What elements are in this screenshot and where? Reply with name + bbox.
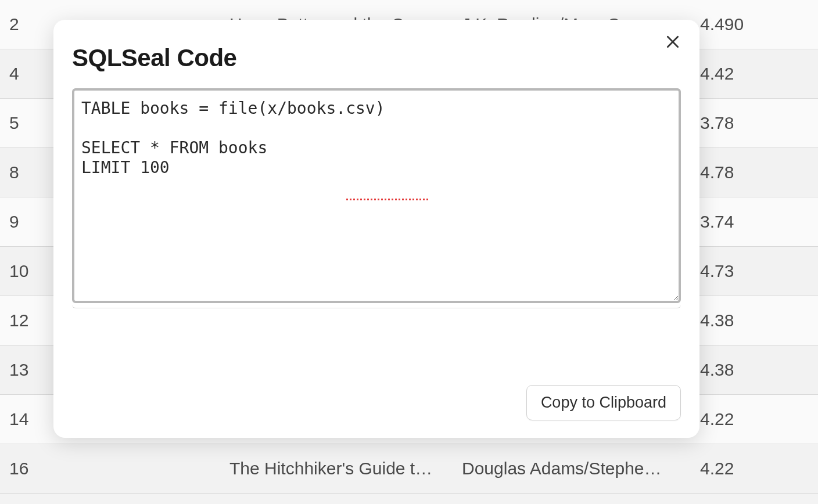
row-index: 10	[0, 261, 44, 281]
row-author: Douglas Adams/Stephe…	[462, 459, 700, 478]
row-index: 2	[0, 15, 44, 34]
modal-title: SQLSeal Code	[72, 44, 681, 72]
row-rating: 4.490	[700, 15, 818, 34]
row-index: 4	[0, 64, 44, 84]
row-rating: 3.78	[700, 113, 818, 133]
code-area-wrapper	[72, 88, 681, 308]
copy-to-clipboard-button[interactable]: Copy to Clipboard	[526, 385, 681, 420]
row-index: 16	[0, 459, 44, 478]
row-rating: 4.42	[700, 64, 818, 84]
row-rating: 4.38	[700, 360, 818, 380]
close-icon	[665, 34, 680, 49]
table-row[interactable]: 16The Hitchhiker's Guide t…Douglas Adams…	[0, 444, 818, 494]
row-rating: 4.78	[700, 163, 818, 182]
code-textarea[interactable]	[72, 88, 681, 303]
row-index: 8	[0, 163, 44, 182]
row-rating: 4.22	[700, 459, 818, 478]
row-rating: 4.38	[700, 311, 818, 330]
row-index: 5	[0, 113, 44, 133]
row-rating: 4.73	[700, 261, 818, 281]
sqlseal-code-modal: SQLSeal Code Copy to Clipboard	[53, 20, 699, 438]
close-button[interactable]	[661, 30, 684, 53]
row-rating: 4.22	[700, 409, 818, 429]
row-rating: 3.74	[700, 212, 818, 232]
row-title: The Hitchhiker's Guide t…	[44, 459, 462, 478]
row-index: 14	[0, 409, 44, 429]
modal-footer: Copy to Clipboard	[72, 370, 681, 420]
row-index: 9	[0, 212, 44, 232]
row-index: 13	[0, 360, 44, 380]
row-index: 12	[0, 311, 44, 330]
